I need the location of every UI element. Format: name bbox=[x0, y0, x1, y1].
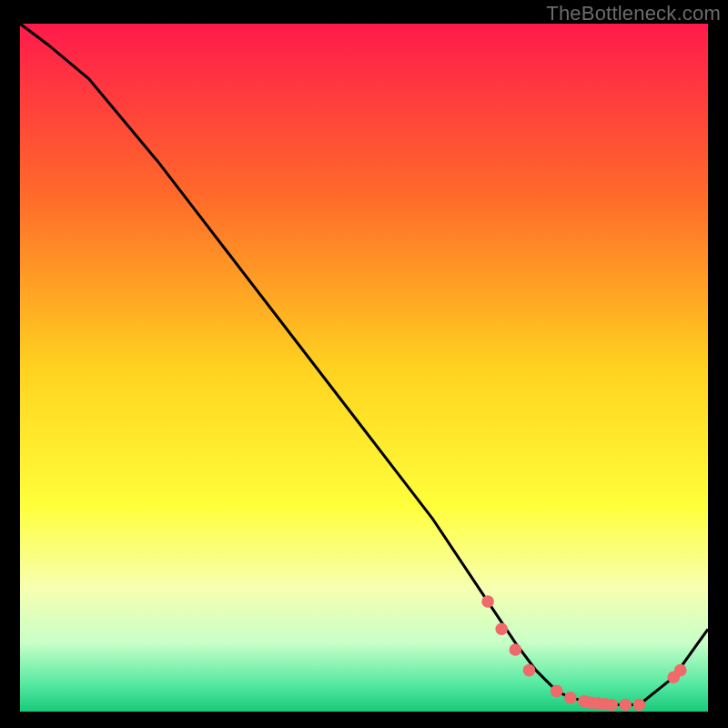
chart-background bbox=[20, 24, 708, 712]
marker-point bbox=[605, 699, 618, 712]
marker-point bbox=[523, 664, 536, 677]
marker-point bbox=[674, 664, 687, 677]
marker-point bbox=[619, 699, 632, 712]
marker-point bbox=[551, 685, 563, 698]
marker-point bbox=[564, 692, 577, 704]
chart-svg bbox=[20, 24, 708, 712]
marker-point bbox=[495, 622, 508, 635]
watermark-text: TheBottleneck.com bbox=[546, 2, 721, 25]
marker-point bbox=[481, 595, 494, 608]
marker-point bbox=[510, 643, 522, 656]
chart-frame: TheBottleneck.com bbox=[0, 0, 728, 728]
chart-plot bbox=[20, 24, 708, 712]
marker-point bbox=[633, 699, 646, 712]
